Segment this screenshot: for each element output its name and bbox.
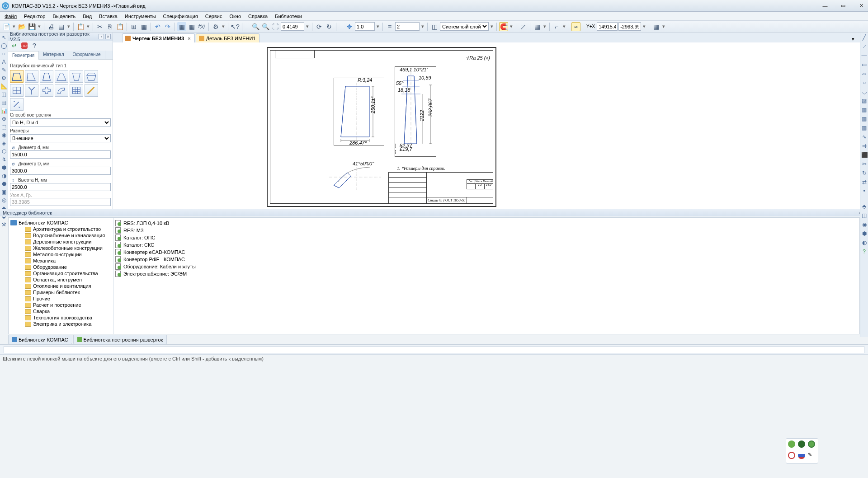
tree-folder[interactable]: Оснастка, инструмент [10, 276, 111, 283]
reports-icon[interactable]: 📊 [1, 108, 7, 114]
misc6-icon[interactable]: ⬢ [1, 164, 7, 171]
menu-window[interactable]: Окно [226, 13, 245, 20]
layers-icon[interactable]: ≡ [385, 22, 394, 31]
r-spline-icon[interactable]: ∿ [861, 134, 868, 140]
shape-y-icon[interactable] [25, 84, 38, 97]
sizes-select[interactable]: Внешние [10, 134, 111, 142]
undo-icon[interactable]: ↶ [153, 22, 162, 31]
snap-icon[interactable]: 🧲 [499, 22, 508, 31]
help-icon[interactable]: ? [30, 41, 39, 50]
r-hor-icon[interactable]: — [861, 52, 868, 59]
save-icon[interactable]: 💾 [27, 22, 36, 31]
list-item[interactable]: Оборудование: Кабели и жгуты [115, 263, 858, 270]
r-off-icon[interactable]: ⇉ [861, 143, 868, 149]
r2-a-icon[interactable]: ⬘ [861, 203, 868, 210]
minimize-button[interactable]: — [820, 3, 830, 9]
misc10-icon[interactable]: ◎ [1, 197, 7, 203]
tree-folder[interactable]: Водоснабжение и канализация [10, 232, 111, 239]
misc2-icon[interactable]: ◉ [1, 132, 7, 138]
list-item[interactable]: Конвертор PdiF - КОМПАС [115, 256, 858, 263]
tree-folder[interactable]: Металлоконструкции [10, 251, 111, 258]
r2-b-icon[interactable]: ◫ [861, 212, 868, 219]
misc4-icon[interactable]: ⬡ [1, 148, 7, 155]
menu-file[interactable]: Файл [1, 13, 20, 20]
shape-cone1-icon[interactable] [10, 70, 24, 83]
shape-cross-icon[interactable] [40, 84, 53, 97]
scale-input[interactable] [355, 22, 375, 31]
shape-cone3-icon[interactable] [40, 70, 53, 83]
cursor-icon[interactable]: ↖? [231, 22, 240, 31]
r-trim-icon[interactable]: ✂ [861, 161, 868, 167]
misc3-icon[interactable]: ◈ [1, 140, 7, 146]
r-chart1-icon[interactable]: ▥ [861, 107, 868, 113]
r2-d-icon[interactable]: ⬢ [861, 230, 868, 237]
libtab-kompas[interactable]: Библиотеки КОМПАС [8, 335, 72, 344]
tree-folder[interactable]: Расчет и построение [10, 302, 111, 308]
tree-folder[interactable]: Электрика и электроника [10, 321, 111, 327]
tray-2-icon[interactable] [798, 441, 805, 448]
tray-4-icon[interactable] [788, 452, 795, 459]
tree-folder[interactable]: Организация строительства [10, 270, 111, 276]
tray-6-icon[interactable]: ✎ [808, 452, 815, 459]
diam-d-input[interactable] [10, 150, 111, 159]
fx-icon[interactable]: f(x) [197, 22, 206, 31]
shape-tools-icon[interactable] [10, 98, 24, 111]
misc9-icon[interactable]: ▣ [1, 189, 7, 195]
menu-select[interactable]: Выделить [49, 13, 79, 20]
tree-folder[interactable]: Деревянные конструкции [10, 239, 111, 245]
r-hatch-icon[interactable]: ▨ [861, 98, 868, 104]
libtab-unfold[interactable]: Библиотека построения разверток [73, 335, 167, 344]
coord-x-input[interactable] [597, 22, 618, 31]
r-fill-icon[interactable]: ⬛ [861, 152, 868, 158]
menu-help[interactable]: Справка [245, 13, 271, 20]
r-chart2-icon[interactable]: ▥ [861, 116, 868, 122]
axis-icon[interactable]: ⌐ [552, 22, 561, 31]
panel-close-icon[interactable]: × [105, 34, 111, 39]
tab-close-icon[interactable]: × [188, 36, 190, 41]
mgr2-icon[interactable]: ▦ [187, 22, 196, 31]
menu-edit[interactable]: Редактор [20, 13, 49, 20]
tree-folder[interactable]: Архитектура и строительство [10, 226, 111, 232]
tree-folder[interactable]: Механика [10, 258, 111, 264]
tab-format[interactable]: Оформление [68, 51, 105, 59]
menu-service[interactable]: Сервис [202, 13, 226, 20]
coord-y-input[interactable] [618, 22, 641, 31]
command-input[interactable] [4, 346, 864, 353]
tree-folder[interactable]: Отопление и вентиляция [10, 283, 111, 289]
shape-cone2-icon[interactable] [25, 70, 38, 83]
maximize-button[interactable]: ▭ [838, 3, 848, 9]
close-button[interactable]: ✕ [856, 3, 866, 9]
tree-folder[interactable]: Оборудование [10, 264, 111, 270]
panel-pin-icon[interactable]: ▫ [99, 34, 104, 39]
preview-icon[interactable]: ▤ [57, 22, 66, 31]
move-icon[interactable]: ✥ [345, 22, 354, 31]
zoom-out-icon[interactable]: 🔍 [261, 22, 270, 31]
geom-icon[interactable]: ◯ [1, 42, 7, 49]
insert-icon[interactable]: ⊕ [1, 116, 7, 122]
tree-folder[interactable]: Технология производства [10, 314, 111, 321]
ortho-icon[interactable]: ◸ [519, 22, 528, 31]
tabs-dropdown-icon[interactable]: ▾ [852, 36, 858, 42]
list-item[interactable]: Каталог: СКС [115, 241, 858, 248]
extra-icon[interactable]: ▦ [651, 22, 660, 31]
pointer-icon[interactable]: ↖ [1, 34, 7, 41]
misc5-icon[interactable]: ↯ [1, 156, 7, 163]
print-icon[interactable]: 🖨 [47, 22, 56, 31]
apply-icon[interactable]: ↵ [10, 41, 19, 50]
layer-select[interactable]: Системный слой (0) [440, 22, 489, 31]
method-select[interactable]: По H, D и d [10, 118, 111, 127]
list-item[interactable]: Каталог: ОПС [115, 234, 858, 241]
library-tree[interactable]: Библиотеки КОМПАС Архитектура и строител… [9, 218, 113, 334]
new-dropdown[interactable]: ▾ [12, 23, 16, 29]
shape-cone5-icon[interactable] [70, 70, 83, 83]
drawing-canvas[interactable]: √Ra 25 (√) R:3,24 250,1±* 286,47 [113, 42, 860, 209]
edit-icon[interactable]: ✎ [1, 67, 7, 73]
shape-edit-icon[interactable] [85, 84, 98, 97]
misc7-icon[interactable]: ◑ [1, 173, 7, 179]
zoom-input[interactable] [281, 22, 304, 31]
mgr1-icon[interactable]: ▦ [177, 22, 186, 31]
layer-num-input[interactable] [395, 22, 420, 31]
zoom-in-icon[interactable]: 🔍 [251, 22, 260, 31]
shape-cone7-icon[interactable] [10, 84, 24, 97]
r-arc-icon[interactable]: ◡ [861, 89, 868, 95]
